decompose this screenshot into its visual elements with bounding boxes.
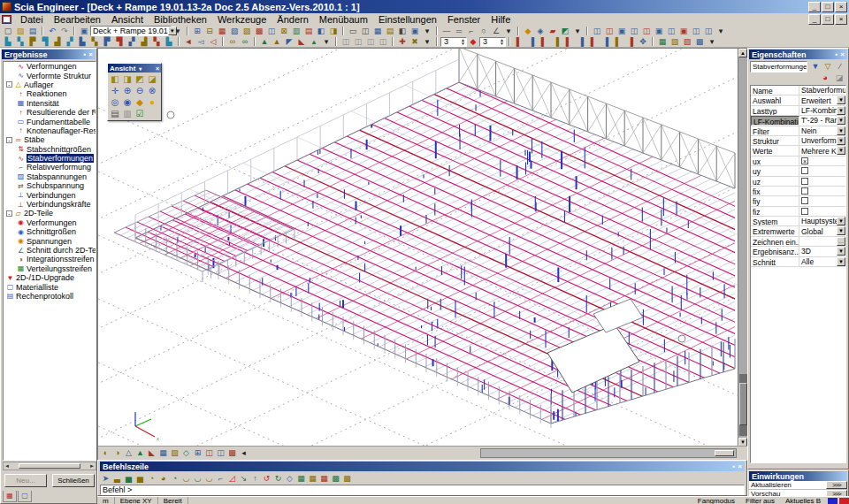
mdi-restore-button[interactable]: □: [822, 14, 834, 25]
command-input[interactable]: Befehl >: [100, 485, 745, 495]
menu-fenster[interactable]: Fenster: [442, 13, 486, 26]
modify-2-icon[interactable]: ◈: [534, 27, 547, 36]
scroll-up-icon[interactable]: ▲: [738, 49, 747, 57]
project-9-icon[interactable]: ▥: [290, 27, 302, 36]
move-icon-icon[interactable]: ✥: [637, 37, 649, 47]
tree-horizontal-scrollbar[interactable]: ◄ ►: [3, 462, 96, 470]
viewport-vertical-scrollbar[interactable]: ▲ ▼: [738, 49, 747, 447]
viewport-horizontal-scrollbar[interactable]: [480, 448, 737, 458]
grid-toggle-icon[interactable]: ▦: [157, 448, 169, 459]
pin-icon[interactable]: ▪: [835, 51, 838, 58]
project-2-icon[interactable]: ⊟: [203, 27, 216, 36]
menu-einstellungen[interactable]: Einstellungen: [373, 13, 442, 26]
menu-bearbeiten[interactable]: Bearbeiten: [49, 13, 106, 26]
close-icon[interactable]: ×: [840, 51, 845, 58]
tool-1-icon[interactable]: ▲: [258, 37, 271, 47]
result-1-icon[interactable]: ▙: [2, 37, 14, 47]
project-3-icon[interactable]: ▦: [216, 27, 228, 36]
result-9-icon[interactable]: ▛: [101, 37, 113, 47]
plane-4-icon[interactable]: ◫: [377, 37, 389, 47]
window-zoom-icon[interactable]: ⊞: [192, 448, 203, 459]
property-row-schnitt[interactable]: SchnittAlle▼: [751, 257, 845, 267]
cmd-6-icon[interactable]: ◔: [169, 473, 180, 484]
pin-icon[interactable]: ▪: [732, 463, 735, 470]
property-row-auswahl[interactable]: AuswahlErweitert▼: [751, 95, 845, 105]
checkbox-fiy[interactable]: [801, 197, 808, 204]
select-2-icon[interactable]: ◅: [195, 37, 207, 47]
chevron-down-icon[interactable]: ▼: [837, 146, 845, 155]
undo-icon[interactable]: ↶: [46, 27, 58, 36]
layer-more-icon[interactable]: ▾: [706, 37, 718, 47]
property-row-struktur[interactable]: StrukturUnverformt▼: [751, 136, 845, 146]
close-icon[interactable]: ×: [738, 463, 742, 470]
tool-4-icon[interactable]: ◣: [295, 37, 308, 47]
tree-item-schubspannung[interactable]: ⇄Schubspannung: [4, 181, 96, 190]
tool-more-icon[interactable]: ▾: [320, 37, 333, 47]
plane-3-icon[interactable]: ◫: [364, 37, 377, 47]
tree-item-reaktionen[interactable]: ↑Reaktionen: [4, 89, 96, 98]
property-row-fix[interactable]: fix: [751, 187, 845, 196]
plane-1-icon[interactable]: ◫: [340, 37, 352, 47]
window-10-icon[interactable]: ◫: [702, 27, 715, 36]
property-row-filter[interactable]: FilterNein▼: [751, 126, 845, 136]
picture-icon[interactable]: ◧: [396, 27, 409, 36]
expander-icon[interactable]: -: [6, 210, 12, 217]
plane-2-icon[interactable]: ◫: [352, 37, 364, 47]
bar-8-icon[interactable]: ▐: [600, 37, 612, 47]
pin-icon[interactable]: ▪: [83, 51, 86, 58]
menu-hilfe[interactable]: Hilfe: [486, 13, 516, 26]
result-6-icon[interactable]: ▞: [64, 37, 76, 47]
bar-1-icon[interactable]: ▌: [513, 37, 525, 47]
zoom-window-icon[interactable]: ⊗: [146, 85, 158, 96]
window-3-icon[interactable]: ▣: [616, 27, 628, 36]
hscroll-thumb[interactable]: [715, 450, 734, 456]
tree-item-auflager[interactable]: -△Auflager: [4, 80, 96, 89]
modify-4-icon[interactable]: ◩: [559, 27, 571, 36]
result-4-icon[interactable]: ▜: [39, 37, 51, 47]
bar-2-icon[interactable]: ▐: [525, 37, 538, 47]
layer-2-icon[interactable]: ▨: [669, 37, 681, 47]
table-icon[interactable]: ▣: [409, 27, 421, 36]
project-5-icon[interactable]: ▨: [241, 27, 253, 36]
rect-tool-icon[interactable]: ⌐: [465, 27, 478, 36]
filter-icon[interactable]: ▼: [809, 62, 822, 72]
tree-item-stabschnittgr-en[interactable]: ⇅Stabschnittgrößen: [4, 145, 96, 154]
checkbox-uy[interactable]: [801, 167, 808, 174]
bar-4-icon[interactable]: ▐: [550, 37, 562, 47]
bar-5-icon[interactable]: ▌: [562, 37, 575, 47]
result-10-icon[interactable]: ▜: [113, 37, 126, 47]
cmd-8-icon[interactable]: ◡: [192, 473, 203, 484]
tree-item-verformungen[interactable]: ◉Verformungen: [4, 218, 96, 227]
tree-item-knotenauflager-resultierend[interactable]: ↑Knotenauflager-Resultierend: [4, 126, 96, 135]
tree-item-2d-teile[interactable]: -▱2D-Teile: [4, 209, 96, 218]
tree-item-relativverformung[interactable]: ⌐Relativverformung: [4, 163, 96, 172]
scroll-thumb[interactable]: [19, 463, 80, 469]
menu-bibliotheken[interactable]: Bibliotheken: [149, 13, 212, 26]
view-iso-4-icon[interactable]: ◪: [146, 73, 158, 85]
fly-2-icon[interactable]: ✖: [409, 37, 421, 47]
modify-3-icon[interactable]: ▰: [547, 27, 559, 36]
cmd-15-icon[interactable]: ↻: [272, 473, 284, 484]
mdi-close-button[interactable]: ×: [835, 14, 847, 25]
einwirkungen-aktualisieren[interactable]: Aktualisieren>>>: [749, 481, 847, 490]
tree-item-integrationsstreifen[interactable]: ◑Integrationsstreifen: [4, 255, 96, 263]
print-icon[interactable]: ▭: [347, 27, 359, 36]
cmd-20-icon[interactable]: ▩: [330, 473, 341, 484]
property-row-lf-kombinati-[interactable]: LF-Kombinati...T'-29 - Rampe+D▼: [751, 116, 845, 126]
view-iso-1-icon[interactable]: ◧: [109, 73, 121, 85]
tree-item-schnitt-durch-2d-teil[interactable]: ∠Schnitt durch 2D-Teil: [4, 246, 96, 255]
document-icon[interactable]: ▦: [371, 27, 384, 36]
zoom-out-icon[interactable]: ⊖: [134, 85, 146, 96]
redo-icon[interactable]: ↷: [58, 27, 71, 36]
zoom-in-icon[interactable]: ⊕: [121, 85, 134, 96]
new-file-icon[interactable]: ▢: [2, 27, 14, 36]
zoom-selection-icon[interactable]: ◉: [121, 96, 134, 108]
property-row-system[interactable]: SystemHauptsystem▼: [751, 217, 845, 226]
status-aktuelles-b[interactable]: Aktuelles B: [780, 497, 826, 504]
print-preview-icon[interactable]: ◫: [359, 27, 371, 36]
tree-item-materialliste[interactable]: ▢Materialliste: [4, 282, 96, 291]
property-row-uy[interactable]: uy: [751, 166, 845, 176]
vscroll-thumb[interactable]: [739, 383, 747, 425]
light-bulb-icon[interactable]: ●: [146, 96, 158, 108]
result-7-icon[interactable]: ▙: [76, 37, 88, 47]
